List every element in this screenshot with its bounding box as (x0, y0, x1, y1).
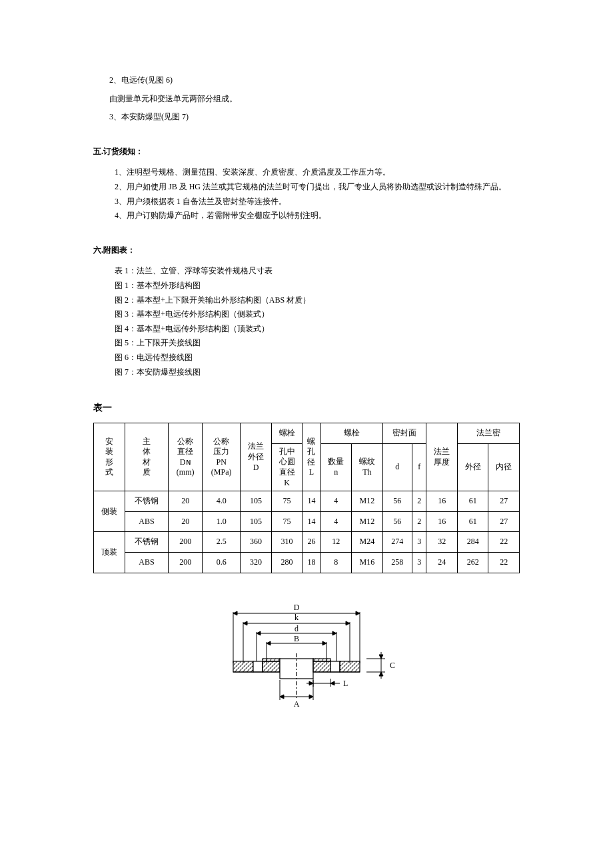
dim-label-B: B (294, 634, 299, 643)
cell: 14 (303, 491, 320, 512)
svg-marker-4 (356, 611, 360, 615)
cell: 105 (241, 491, 272, 512)
table-row: 侧装 不锈钢 20 4.0 105 75 14 4 M12 56 2 16 61… (94, 491, 520, 512)
table-1-title: 表一 (93, 399, 520, 416)
cell: 280 (271, 553, 303, 573)
section-5-item: 2、用户如使用 JB 及 HG 法兰或其它规格的法兰时可专门提出，我厂专业人员将… (93, 180, 520, 195)
section-5-item: 4、用户订购防爆产品时，若需附带安全栅应予以特别注明。 (93, 209, 520, 223)
th-id: 内径 (488, 443, 520, 491)
th-flange-seal-group: 法兰密 (457, 423, 519, 444)
cell: 274 (382, 532, 412, 553)
section-6-item: 图 1：基本型外形结构图 (93, 279, 520, 293)
table-row: 顶装 不锈钢 200 2.5 360 310 26 12 M24 274 3 3… (94, 532, 520, 553)
cell: 24 (426, 553, 458, 573)
svg-marker-13 (257, 631, 261, 635)
section-6-item: 图 2：基本型+上下限开关输出外形结构图（ABS 材质） (93, 293, 520, 308)
cell: 3 (412, 553, 426, 573)
th-Th: 螺纹 Th (352, 443, 383, 491)
cell: 14 (303, 511, 320, 532)
cell: 262 (457, 553, 488, 573)
cell: 56 (382, 491, 412, 512)
section-6-item: 图 5：上下限开关接线图 (93, 336, 520, 351)
intro-line-1: 2、电远传(见图 6) (93, 73, 520, 88)
cell: 不锈钢 (125, 491, 169, 512)
intro-section: 2、电远传(见图 6) 由测量单元和变送单元两部分组成。 3、本安防爆型(见图 … (93, 73, 520, 125)
cell-group: 顶装 (94, 532, 125, 573)
svg-marker-8 (243, 621, 247, 625)
th-seal-group: 密封面 (382, 423, 426, 444)
cell: 200 (169, 553, 203, 573)
svg-marker-40 (309, 681, 313, 685)
svg-rect-25 (313, 661, 330, 672)
cell: ABS (125, 553, 169, 573)
table-row: ABS 200 0.6 320 280 18 8 M16 258 3 24 26… (94, 553, 520, 573)
cell: 22 (488, 532, 520, 553)
intro-line-2: 由测量单元和变送单元两部分组成。 (93, 92, 520, 107)
cell: 20 (169, 491, 203, 512)
flange-diagram: D k d B (93, 600, 520, 725)
cell: 不锈钢 (125, 532, 169, 553)
flange-spec-table: 安装形式 主体材质 公称 直径 Dɴ (mm) 公称 压力 PN (MPa) 法… (93, 423, 520, 573)
svg-marker-46 (309, 695, 313, 699)
cell: 105 (241, 511, 272, 532)
cell: 61 (457, 491, 488, 512)
th-install-type: 安装形式 (94, 423, 125, 491)
section-6-item: 图 7：本安防爆型接线图 (93, 365, 520, 380)
svg-marker-41 (330, 681, 334, 685)
svg-marker-18 (267, 641, 271, 645)
dim-label-k: k (295, 613, 299, 622)
th-material: 主体材质 (125, 423, 169, 491)
th-D: 法兰 外径 D (241, 423, 272, 491)
cell: 20 (169, 511, 203, 532)
dim-label-d: d (295, 624, 299, 633)
cell: 284 (457, 532, 488, 553)
section-5-item: 1、注明型号规格、测量范围、安装深度、介质密度、介质温度及工作压力等。 (93, 165, 520, 180)
section-5-item: 3、用户须根据表 1 自备法兰及密封垫等连接件。 (93, 195, 520, 209)
cell: 27 (488, 491, 520, 512)
section-6-title: 六.附图表： (93, 243, 520, 258)
cell: 16 (426, 491, 458, 512)
th-pn: 公称 压力 PN (MPa) (203, 423, 241, 491)
cell: M24 (352, 532, 383, 553)
svg-rect-22 (263, 661, 280, 672)
cell: 1.0 (203, 511, 241, 532)
cell: 360 (241, 532, 272, 553)
section-6-item: 图 4：基本型+电远传外形结构图（顶装式） (93, 322, 520, 337)
section-6-item: 图 3：基本型+电远传外形结构图（侧装式） (93, 307, 520, 322)
svg-rect-23 (263, 659, 280, 661)
th-L: 螺 孔 径 L (303, 423, 320, 491)
dim-label-D: D (294, 603, 300, 612)
cell: 56 (382, 511, 412, 532)
section-6-item: 图 6：电远传型接线图 (93, 351, 520, 365)
th-bolt-group-1: 螺栓 (271, 423, 303, 444)
cell: 16 (426, 511, 458, 532)
cell: 4 (320, 511, 352, 532)
svg-marker-19 (322, 641, 326, 645)
cell: 200 (169, 532, 203, 553)
flange-diagram-svg: D k d B (207, 600, 406, 720)
th-K: 孔中 心圆 直径 K (271, 443, 303, 491)
dim-label-L: L (343, 679, 348, 688)
cell: 0.6 (203, 553, 241, 573)
cell: 26 (303, 532, 320, 553)
th-thick: 法兰 厚度 (426, 423, 458, 491)
cell-group: 侧装 (94, 491, 125, 532)
th-f: f (412, 443, 426, 491)
dim-label-A: A (294, 699, 300, 709)
cell: 75 (271, 511, 303, 532)
cell: 2 (412, 491, 426, 512)
svg-marker-14 (332, 631, 336, 635)
th-od: 外径 (457, 443, 488, 491)
section-6-item: 表 1：法兰、立管、浮球等安装件规格尺寸表 (93, 264, 520, 279)
cell: 2 (412, 511, 426, 532)
svg-rect-28 (340, 661, 360, 672)
cell: 61 (457, 511, 488, 532)
section-5-title: 五.订货须知： (93, 145, 520, 159)
cell: 310 (271, 532, 303, 553)
cell: 258 (382, 553, 412, 573)
svg-marker-3 (233, 611, 237, 615)
cell: 320 (241, 553, 272, 573)
cell: M12 (352, 491, 383, 512)
svg-rect-21 (253, 661, 263, 672)
cell: 22 (488, 553, 520, 573)
